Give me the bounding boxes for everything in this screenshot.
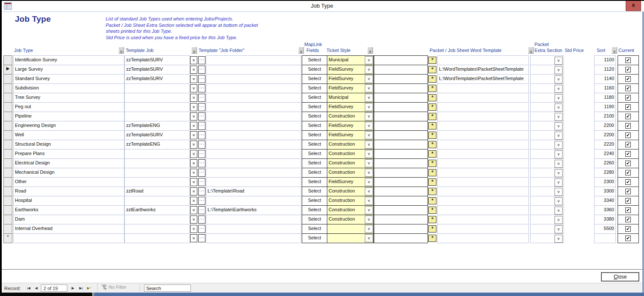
sort-toggle-button[interactable]: o	[191, 47, 197, 54]
extra-section-combo[interactable]: v	[530, 74, 564, 84]
template-job-field[interactable]	[124, 215, 190, 224]
ticket-style-combo[interactable]: Construction v	[327, 187, 374, 196]
row-selector[interactable]	[3, 187, 12, 196]
job-folder-field[interactable]	[206, 140, 301, 149]
chevron-down-icon[interactable]: v	[190, 75, 197, 83]
job-type-field[interactable]: Hospital	[13, 196, 124, 206]
chevron-down-icon[interactable]: v	[190, 187, 197, 195]
select-maplink-button[interactable]: Select	[302, 187, 327, 196]
chevron-down-icon[interactable]: v	[190, 197, 197, 205]
word-template-field[interactable]	[437, 55, 529, 65]
select-maplink-button[interactable]: Select	[302, 205, 327, 215]
job-type-field[interactable]: Structural Design	[13, 140, 124, 149]
word-template-picker-icon[interactable]: *	[428, 197, 436, 204]
chevron-down-icon[interactable]: v	[554, 75, 563, 83]
sort-field[interactable]: 3300	[594, 187, 616, 196]
chevron-down-icon[interactable]: v	[554, 178, 563, 187]
select-maplink-button[interactable]: Select	[302, 102, 327, 112]
job-folder-field[interactable]	[206, 233, 301, 243]
template-job-field[interactable]: zzTemplateSURV	[124, 55, 190, 65]
word-template-picker-icon[interactable]: *	[428, 75, 436, 83]
template-job-field[interactable]: zzTemplateSURV	[124, 65, 190, 75]
ticket-style-combo[interactable]: Municipal v	[327, 93, 374, 103]
word-template-field[interactable]	[437, 83, 529, 93]
word-template-field[interactable]	[437, 112, 529, 121]
word-template-field[interactable]: L:\WordTemplates\PacketSheetTemplate	[437, 74, 529, 84]
sort-field[interactable]: 1140	[594, 74, 616, 84]
chevron-down-icon[interactable]: v	[365, 103, 373, 111]
word-template-field[interactable]	[437, 215, 529, 224]
chevron-down-icon[interactable]: v	[554, 113, 563, 121]
word-template-picker-icon[interactable]: *	[428, 225, 436, 233]
template-job-field[interactable]	[124, 196, 190, 206]
word-template-blank-field[interactable]	[374, 224, 428, 234]
word-template-blank-field[interactable]	[374, 233, 428, 243]
select-maplink-button[interactable]: Select	[302, 65, 327, 75]
browse-dots-button[interactable]: ...	[198, 75, 205, 83]
word-template-blank-field[interactable]	[374, 140, 428, 149]
template-job-field[interactable]	[124, 168, 190, 178]
word-template-blank-field[interactable]	[374, 93, 428, 103]
chevron-down-icon[interactable]: v	[190, 103, 197, 111]
current-checkbox[interactable]: ✔	[625, 57, 631, 63]
select-maplink-button[interactable]: Select	[302, 196, 327, 206]
chevron-down-icon[interactable]: v	[554, 57, 563, 65]
current-checkbox[interactable]: ✔	[625, 189, 631, 194]
word-template-blank-field[interactable]	[374, 102, 428, 112]
sort-toggle-button[interactable]: o	[367, 47, 373, 54]
browse-dots-button[interactable]: ...	[198, 159, 205, 167]
ticket-style-combo[interactable]: Construction v	[327, 149, 374, 159]
word-template-field[interactable]	[437, 102, 529, 112]
word-template-picker-icon[interactable]: *	[428, 150, 436, 158]
job-type-field[interactable]: Subdivision	[13, 83, 124, 93]
extra-section-combo[interactable]: v	[530, 112, 564, 121]
chevron-down-icon[interactable]: v	[554, 216, 563, 224]
ticket-style-combo[interactable]: FieldSurvey v	[327, 121, 374, 131]
word-template-field[interactable]	[437, 224, 529, 234]
browse-dots-button[interactable]: ...	[198, 225, 205, 233]
first-record-icon[interactable]: |◀	[25, 285, 32, 292]
job-type-field[interactable]: Tree Survey	[13, 93, 124, 103]
browse-dots-button[interactable]: ...	[198, 131, 205, 139]
current-checkbox[interactable]: ✔	[625, 76, 631, 82]
row-selector[interactable]	[3, 112, 12, 121]
sort-field[interactable]: 3340	[594, 196, 616, 206]
word-template-blank-field[interactable]	[374, 121, 428, 131]
current-checkbox[interactable]: ✔	[625, 142, 631, 147]
job-type-field[interactable]: Engineering Design	[13, 121, 124, 131]
sort-field[interactable]: 2220	[594, 140, 616, 149]
current-checkbox[interactable]: ✔	[625, 170, 631, 175]
chevron-down-icon[interactable]: v	[365, 234, 373, 242]
select-maplink-button[interactable]: Select	[302, 140, 327, 149]
sort-field[interactable]: 2200	[594, 130, 616, 140]
extra-section-combo[interactable]: v	[530, 93, 564, 103]
word-template-picker-icon[interactable]: *	[428, 188, 436, 195]
row-selector[interactable]	[3, 74, 12, 84]
word-template-blank-field[interactable]	[374, 158, 428, 168]
template-job-field[interactable]	[124, 83, 190, 93]
previous-record-icon[interactable]: ◀	[32, 285, 40, 292]
template-job-field[interactable]	[124, 177, 190, 187]
chevron-down-icon[interactable]: v	[190, 141, 197, 149]
browse-dots-button[interactable]: ...	[198, 84, 205, 92]
chevron-down-icon[interactable]: v	[365, 225, 373, 233]
chevron-down-icon[interactable]: v	[554, 132, 563, 140]
template-job-field[interactable]	[124, 158, 190, 168]
select-maplink-button[interactable]: Select	[302, 55, 327, 65]
word-template-picker-icon[interactable]: *	[428, 103, 436, 111]
job-type-field[interactable]: Earthworks	[13, 205, 124, 215]
ticket-style-combo[interactable]: Construction v	[327, 168, 374, 178]
extra-section-combo[interactable]: v	[530, 140, 564, 149]
browse-dots-button[interactable]: ...	[198, 169, 205, 177]
sort-field[interactable]: 1190	[594, 102, 616, 112]
chevron-down-icon[interactable]: v	[554, 225, 563, 233]
job-folder-field[interactable]	[206, 65, 301, 75]
ticket-style-combo[interactable]: FieldSurvey v	[327, 65, 374, 75]
row-selector[interactable]	[3, 168, 12, 178]
job-type-field[interactable]: Large Survey	[13, 65, 124, 75]
job-type-field[interactable]: Peg out	[13, 102, 124, 112]
select-maplink-button[interactable]: Select	[302, 112, 327, 121]
chevron-down-icon[interactable]: v	[190, 131, 197, 139]
word-template-field[interactable]	[437, 196, 529, 206]
word-template-blank-field[interactable]	[374, 177, 428, 187]
